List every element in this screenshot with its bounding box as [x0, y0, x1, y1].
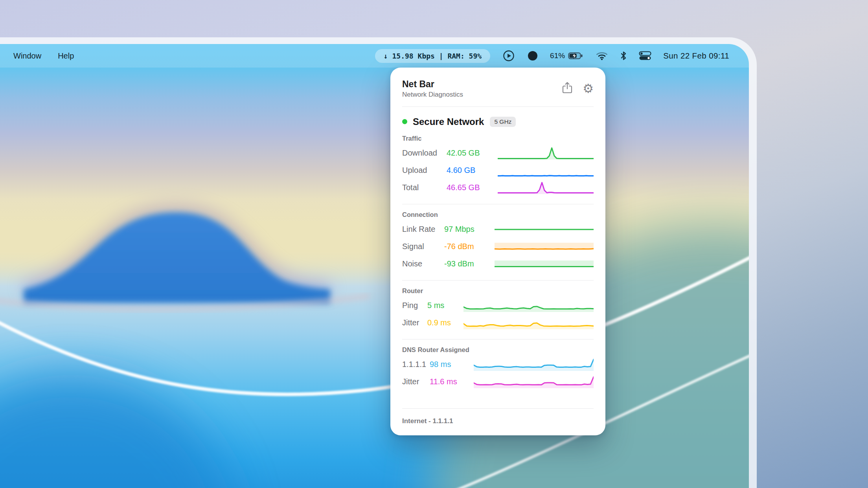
screen: Window Help ↓ 15.98 Kbps | RAM: 59% 61% — [0, 44, 749, 488]
metric-value: 46.65 GB — [447, 183, 498, 192]
netbar-popover: Net Bar Network Diagnostics ⚙ Secure Net… — [390, 68, 605, 435]
metric-value: 98 ms — [430, 360, 474, 369]
sparkline-chart — [498, 164, 594, 177]
metric-value: -76 dBm — [444, 242, 495, 251]
sparkline-chart — [463, 317, 594, 329]
network-ram-status-pill[interactable]: ↓ 15.98 Kbps | RAM: 59% — [375, 49, 490, 63]
control-center-icon[interactable] — [639, 51, 651, 61]
record-icon[interactable] — [527, 50, 538, 61]
menu-bar: Window Help ↓ 15.98 Kbps | RAM: 59% 61% — [0, 44, 749, 68]
metric-row: Upload 4.60 GB — [402, 162, 594, 179]
sparkline-chart — [498, 182, 594, 194]
section-label: Router — [402, 287, 594, 295]
bluetooth-icon[interactable] — [620, 51, 627, 61]
metric-label: Link Rate — [402, 225, 444, 234]
metric-label: Download — [402, 149, 447, 158]
metric-value: -93 dBm — [444, 259, 495, 268]
sparkline-chart — [474, 358, 594, 371]
menu-bar-clock[interactable]: Sun 22 Feb 09:11 — [663, 51, 729, 61]
sparkline-chart — [474, 376, 594, 388]
popover-header: Net Bar Network Diagnostics ⚙ — [402, 79, 594, 107]
popover-titles: Net Bar Network Diagnostics — [402, 79, 463, 99]
metric-row: Noise -93 dBm — [402, 255, 594, 273]
share-button[interactable] — [561, 81, 573, 96]
section-router: Router Ping 5 ms Jitter 0.9 ms — [402, 280, 594, 332]
metric-value: 4.60 GB — [447, 166, 498, 175]
desktop: { "menubar": { "menus": ["Window", "Help… — [0, 0, 868, 488]
metric-label: Jitter — [402, 377, 430, 386]
section-label: Traffic — [402, 135, 594, 142]
section-dns: DNS Router Assigned 1.1.1.1 98 ms Jitter… — [402, 339, 594, 391]
network-name: Secure Network — [413, 116, 484, 127]
metric-row: Download 42.05 GB — [402, 145, 594, 162]
section-rows: 1.1.1.1 98 ms Jitter 11.6 ms — [402, 356, 594, 391]
sparkline-chart — [495, 240, 594, 253]
metric-row: Signal -76 dBm — [402, 238, 594, 255]
sparkline-chart — [495, 223, 594, 236]
section-label: Connection — [402, 211, 594, 218]
metric-row: Jitter 11.6 ms — [402, 373, 594, 391]
battery-charging-icon — [568, 51, 584, 60]
metric-label: Jitter — [402, 318, 427, 327]
band-badge: 5 GHz — [490, 117, 516, 127]
app-subtitle: Network Diagnostics — [402, 91, 463, 99]
metric-label: 1.1.1.1 — [402, 360, 430, 369]
metric-label: Signal — [402, 242, 444, 251]
network-status-dot — [402, 119, 407, 124]
section-rows: Ping 5 ms Jitter 0.9 ms — [402, 297, 594, 332]
metric-label: Total — [402, 183, 447, 192]
section-rows: Download 42.05 GB Upload 4.60 GB Total 4… — [402, 145, 594, 196]
battery-percent: 61% — [550, 51, 565, 60]
desktop-wallpaper — [0, 44, 749, 488]
menu-bar-status-items: ↓ 15.98 Kbps | RAM: 59% 61% — [375, 49, 729, 63]
app-title: Net Bar — [402, 79, 463, 90]
metric-value: 97 Mbps — [444, 225, 495, 234]
metric-row: Jitter 0.9 ms — [402, 314, 594, 332]
section-traffic: Traffic Download 42.05 GB Upload 4.60 GB… — [402, 135, 594, 196]
section-rows: Link Rate 97 Mbps Signal -76 dBm Noise -… — [402, 221, 594, 273]
metric-value: 5 ms — [427, 301, 463, 310]
play-circle-icon[interactable] — [502, 49, 515, 62]
menu-item-help[interactable]: Help — [58, 51, 74, 61]
battery-status[interactable]: 61% — [550, 51, 584, 60]
metric-label: Ping — [402, 301, 427, 310]
sparkline-chart — [463, 299, 594, 312]
metric-value: 0.9 ms — [427, 318, 463, 327]
network-status-row: Secure Network 5 GHz — [402, 116, 594, 127]
internet-dns-label: Internet - 1.1.1.1 — [402, 417, 453, 425]
metric-row: Ping 5 ms — [402, 297, 594, 314]
section-label: DNS Router Assigned — [402, 346, 594, 354]
metric-row: 1.1.1.1 98 ms — [402, 356, 594, 373]
wifi-icon[interactable] — [596, 51, 608, 61]
metric-value: 42.05 GB — [447, 149, 498, 158]
sparkline-chart — [498, 147, 594, 160]
menu-item-window[interactable]: Window — [13, 51, 41, 61]
popover-footer: Internet - 1.1.1.1 — [402, 408, 594, 435]
metric-value: 11.6 ms — [430, 377, 474, 386]
section-connection: Connection Link Rate 97 Mbps Signal -76 … — [402, 204, 594, 273]
metric-row: Total 46.65 GB — [402, 179, 594, 196]
settings-gear-button[interactable]: ⚙ — [583, 83, 594, 95]
metric-label: Noise — [402, 259, 444, 268]
popover-sections: Traffic Download 42.05 GB Upload 4.60 GB… — [402, 127, 594, 391]
metric-label: Upload — [402, 166, 447, 175]
metric-row: Link Rate 97 Mbps — [402, 221, 594, 238]
header-actions: ⚙ — [561, 79, 594, 96]
sparkline-chart — [495, 258, 594, 270]
